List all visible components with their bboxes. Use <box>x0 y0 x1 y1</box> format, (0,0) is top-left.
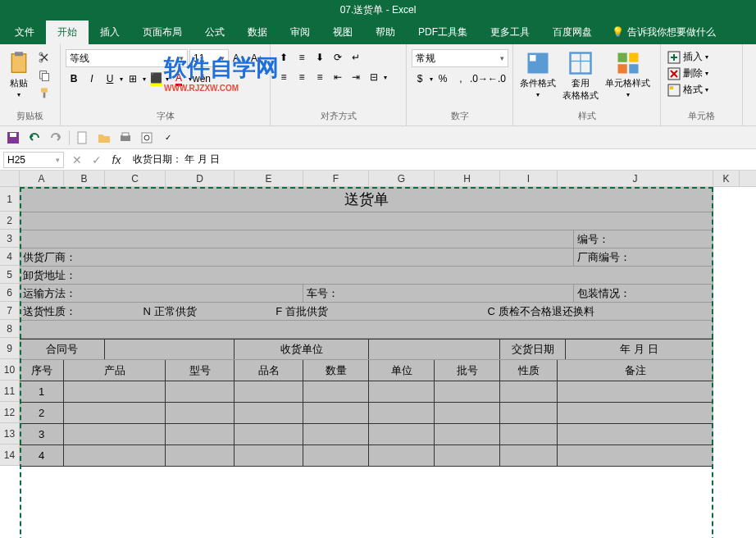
table-format-button[interactable]: 套用 表格格式 <box>561 49 600 103</box>
spelling-button[interactable]: ✓ <box>160 130 176 146</box>
pack-label[interactable]: 包装情况： <box>574 285 713 302</box>
decrease-decimal-button[interactable]: ←.0 <box>489 71 505 87</box>
table-cell[interactable] <box>369 424 435 445</box>
col-header-F[interactable]: F <box>303 171 369 186</box>
insert-cells-button[interactable]: 插入▾ <box>666 49 710 65</box>
enter-formula-button[interactable]: ✓ <box>87 152 107 168</box>
row-header-14[interactable]: 14 <box>0 445 20 466</box>
table-cell[interactable] <box>303 381 369 402</box>
row-header-13[interactable]: 13 <box>0 423 20 445</box>
name-box[interactable]: H25 ▾ <box>3 152 64 168</box>
table-cell[interactable] <box>558 381 713 402</box>
row-header-12[interactable]: 12 <box>0 402 20 423</box>
doc-title[interactable]: 送货单 <box>20 187 713 212</box>
increase-indent-button[interactable]: ⇥ <box>348 69 364 85</box>
wrap-text-button[interactable]: ↵ <box>348 49 364 66</box>
decrease-font-button[interactable]: A↓ <box>248 50 265 66</box>
table-cell[interactable] <box>500 424 558 445</box>
increase-decimal-button[interactable]: .0→ <box>471 71 487 87</box>
col-header-J[interactable]: J <box>558 171 713 186</box>
table-cell[interactable] <box>500 403 558 423</box>
col-header-H[interactable]: H <box>435 171 500 186</box>
nature-label[interactable]: 送货性质： <box>20 303 105 320</box>
increase-font-button[interactable]: A↑ <box>230 50 247 66</box>
row-2[interactable] <box>20 212 713 230</box>
col-header-G[interactable]: G <box>369 171 435 186</box>
fx-button[interactable]: fx <box>107 152 126 168</box>
delivery-header[interactable]: 交货日期 <box>500 340 566 359</box>
row-header-11[interactable]: 11 <box>0 381 20 402</box>
chevron-down-icon[interactable]: ▾ <box>384 74 387 81</box>
unload-label[interactable]: 卸货地址： <box>20 267 713 284</box>
table-cell[interactable] <box>435 381 500 402</box>
col-remark[interactable]: 备注 <box>558 360 713 381</box>
car-label[interactable]: 车号： <box>303 285 574 302</box>
chevron-down-icon[interactable]: ▾ <box>497 54 508 62</box>
tab-file[interactable]: 文件 <box>3 21 46 44</box>
table-cell[interactable] <box>369 381 435 402</box>
table-cell[interactable] <box>64 445 166 466</box>
col-header-D[interactable]: D <box>166 171 235 186</box>
open-button[interactable] <box>96 130 112 146</box>
tab-pdf[interactable]: PDF工具集 <box>407 21 479 44</box>
nature-n[interactable]: N 正常供货 <box>105 303 235 320</box>
print-preview-button[interactable] <box>139 130 155 146</box>
row-header-8[interactable]: 8 <box>0 320 20 338</box>
table-cell[interactable] <box>235 445 303 466</box>
conditional-format-button[interactable]: 条件格式 ▾ <box>518 49 558 100</box>
italic-button[interactable]: I <box>84 71 100 87</box>
font-size-combo[interactable]: ▾ <box>189 49 229 67</box>
tab-review[interactable]: 审阅 <box>279 21 321 44</box>
chevron-down-icon[interactable]: ▾ <box>176 54 187 62</box>
row-header-10[interactable]: 10 <box>0 359 20 381</box>
tab-more[interactable]: 更多工具 <box>479 21 541 44</box>
row-header-4[interactable]: 4 <box>0 248 20 266</box>
table-cell[interactable] <box>64 381 166 402</box>
table-cell[interactable] <box>558 424 713 445</box>
table-cell[interactable] <box>166 381 235 402</box>
chevron-down-icon[interactable]: ▾ <box>430 75 433 83</box>
supplier-no-label[interactable]: 厂商编号： <box>574 248 713 266</box>
table-cell[interactable] <box>64 403 166 423</box>
align-middle-button[interactable]: ≡ <box>294 49 310 66</box>
table-cell[interactable] <box>64 424 166 445</box>
table-cell[interactable] <box>303 424 369 445</box>
contract-header[interactable]: 合同号 <box>20 340 105 359</box>
table-cell[interactable]: 4 <box>20 445 64 466</box>
row-header-2[interactable]: 2 <box>0 212 20 230</box>
col-header-B[interactable]: B <box>64 171 105 186</box>
col-nature[interactable]: 性质 <box>500 360 558 381</box>
receive-header[interactable]: 收货单位 <box>235 340 369 359</box>
underline-button[interactable]: U <box>102 71 118 87</box>
save-button[interactable] <box>5 130 21 146</box>
col-header-I[interactable]: I <box>500 171 558 186</box>
quick-print-button[interactable] <box>117 130 134 146</box>
col-name[interactable]: 品名 <box>235 360 303 381</box>
table-cell[interactable] <box>435 445 500 466</box>
row-header-7[interactable]: 7 <box>0 302 20 320</box>
number-format-combo[interactable]: ▾ <box>412 49 508 67</box>
table-cell[interactable] <box>500 381 558 402</box>
chevron-down-icon[interactable]: ▾ <box>189 75 192 83</box>
cell-styles-button[interactable]: 单元格样式 ▾ <box>603 49 652 100</box>
col-batch[interactable]: 批号 <box>435 360 500 381</box>
nature-f[interactable]: F 首批供货 <box>235 303 369 320</box>
col-unit[interactable]: 单位 <box>369 360 435 381</box>
paste-button[interactable]: 粘贴 ▾ <box>5 49 33 100</box>
tab-insert[interactable]: 插入 <box>89 21 131 44</box>
table-cell[interactable] <box>166 424 235 445</box>
font-name-combo[interactable]: ▾ <box>66 49 188 67</box>
cells-area[interactable]: 送货单 编号： 供货厂商：厂商编号： 卸货地址： 运输方法：车号：包装情况： 送… <box>20 187 756 467</box>
percent-button[interactable]: % <box>435 71 451 87</box>
cancel-formula-button[interactable]: ✕ <box>67 152 87 168</box>
supplier-label[interactable]: 供货厂商： <box>20 248 574 266</box>
table-cell[interactable] <box>235 381 303 402</box>
nature-c[interactable]: C 质检不合格退还换料 <box>369 303 713 320</box>
table-cell[interactable]: 3 <box>20 424 64 445</box>
table-cell[interactable] <box>166 445 235 466</box>
table-cell[interactable] <box>435 403 500 423</box>
col-header-A[interactable]: A <box>20 171 64 186</box>
orientation-button[interactable]: ⟳ <box>330 49 346 66</box>
undo-button[interactable] <box>26 130 43 146</box>
col-header-K[interactable]: K <box>713 171 740 186</box>
